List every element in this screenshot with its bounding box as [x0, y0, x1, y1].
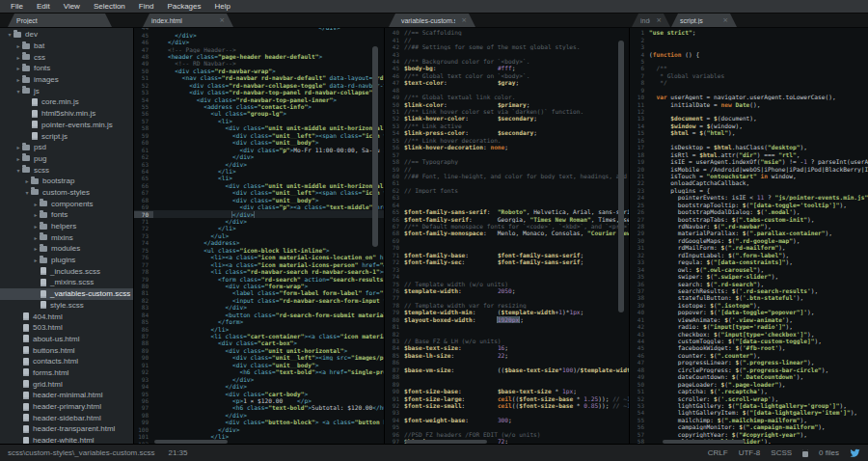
code-line[interactable]: 4(function () { [630, 50, 868, 57]
tree-item-contacts-html[interactable]: contacts.html [0, 356, 133, 367]
code-line[interactable]: 55 mailchimp: $(".mailchimp-mailform"), [630, 417, 868, 423]
code-line[interactable]: 41// [385, 36, 629, 42]
tree-item-modules[interactable]: ▸modules [0, 243, 133, 255]
chevron-right-icon[interactable]: ▸ [14, 155, 22, 162]
code-line[interactable]: 87$base-vm-size: (($base-text-size*100)/… [385, 366, 629, 373]
code-line[interactable]: 95 [385, 423, 629, 430]
code-line[interactable]: 31 rdMailForm: $(".rd-mailform"), [630, 244, 868, 251]
tree-item-css[interactable]: ▸css [0, 51, 133, 63]
code-line[interactable]: 63 [385, 194, 629, 201]
code-line[interactable]: 85$base-lh-size: 22; [385, 352, 629, 359]
code-line[interactable]: 55//** Link hover decoration. [385, 137, 629, 144]
code-line[interactable]: 72$font-family-sec: $font-family-sans-se… [385, 258, 629, 265]
tree-item-images[interactable]: ▸images [0, 74, 133, 86]
code-line[interactable]: 81 [385, 323, 629, 330]
code-line[interactable]: 24 pointerEvents: isIE < 11 ? "js/pointe… [630, 194, 868, 201]
code-line[interactable]: 53 <div class="rd-navbar-top-panel rd-na… [134, 89, 384, 95]
code-line[interactable]: 91 <div class="unit__body"> [134, 362, 384, 368]
menu-item-find[interactable]: Find [132, 0, 161, 13]
code-line[interactable]: 20 isMobile = /Android|webOS|iPhone|iPad… [630, 165, 868, 172]
code-line[interactable]: 74 </address> [134, 239, 384, 246]
code-line[interactable]: 3 [630, 43, 868, 50]
code-line[interactable]: 12 [630, 108, 868, 115]
code-line[interactable]: 55 <address class="contact-info"> [134, 103, 384, 110]
code-line[interactable]: 15 $html = $("html"), [630, 129, 868, 136]
code-line[interactable]: 21 isTouch = "ontouchstart" in window, [630, 173, 868, 179]
code-line[interactable]: 89 <div class="unit unit-horizontal"> [134, 347, 384, 354]
code-line[interactable]: 45 </div> [134, 31, 384, 38]
code-line[interactable]: 70 </div> [134, 210, 384, 217]
menu-item-selection[interactable]: Selection [87, 0, 132, 13]
code-line[interactable]: 30 rdGoogleMaps: $(".rd-google-map"), [630, 237, 868, 244]
tree-item--variables-custom-scss[interactable]: _variables-custom.scss [0, 288, 133, 300]
code-line[interactable]: 100 </div> [134, 426, 384, 433]
code-line[interactable]: 53//** Link active [385, 122, 629, 129]
code-line[interactable]: 11 initialDate = new Date(), [630, 100, 868, 107]
code-line[interactable]: 68$font-family-monospace: Menlo, Monaco,… [385, 230, 629, 236]
close-icon[interactable]: × [722, 17, 728, 24]
code-line[interactable]: 52$link-hover-color: $secondary; [385, 115, 629, 122]
tree-item-fonts[interactable]: ▸fonts [0, 209, 133, 221]
code-line[interactable]: 14 $window = $(window), [630, 122, 868, 129]
code-line[interactable]: 93 [385, 409, 629, 416]
horizontal-scrollbar-thumb[interactable] [663, 440, 745, 444]
code-line[interactable]: 67 <div class="unit__left"><span class="… [134, 189, 384, 196]
code-line[interactable]: 75// Template width (w/o units) [385, 280, 629, 286]
tree-item-psd[interactable]: ▸psd [0, 142, 133, 153]
menu-item-help[interactable]: Help [208, 0, 237, 13]
code-line[interactable]: 50 <div class="rd-navbar-wrap"> [134, 68, 384, 74]
code-line[interactable]: 47 progressLinear: $(".progress-linear")… [630, 359, 868, 366]
chevron-right-icon[interactable]: ▸ [14, 76, 22, 83]
code-line[interactable]: 79 <form class="rd-search" action="searc… [134, 275, 384, 282]
code-line[interactable]: 52 <div class="rd-navbar-collapse-toggle… [134, 82, 384, 89]
tree-item-mixins[interactable]: ▸mixins [0, 231, 133, 243]
chevron-right-icon[interactable]: ▸ [32, 245, 40, 252]
code-line[interactable]: 96 <p>1 × $120.00 </p> [134, 397, 384, 404]
code-line[interactable]: 10 var userAgent = navigator.userAgent.t… [630, 94, 868, 100]
code-line[interactable]: 84$base-text-size: 16; [385, 344, 629, 351]
code-line[interactable]: 57 <li> [134, 118, 384, 124]
code-line[interactable]: 58 <div class="unit unit-middle unit-hor… [134, 124, 384, 131]
tree-item-html5shiv-min-js[interactable]: html5shiv.min.js [0, 108, 133, 120]
chevron-right-icon[interactable]: ▸ [32, 201, 40, 207]
code-line[interactable]: 41 viewAnimate: $('.view-animate'), [630, 316, 868, 323]
code-line[interactable]: 98 </div> [134, 412, 384, 419]
code-line[interactable]: 34 owl: $(".owl-carousel"), [630, 265, 868, 272]
chevron-down-icon[interactable]: ▾ [14, 88, 22, 95]
code-line[interactable]: 77 <li><a class="icon material-icons-per… [134, 260, 384, 267]
code-line[interactable]: 90$font-size-base: $base-text-size * 1px… [385, 388, 629, 394]
tab--variables-custom-scss[interactable]: _variables-custom.scss× [389, 14, 475, 27]
tree-item--includes-scss[interactable]: _includes.scss [0, 265, 133, 277]
code-line[interactable]: 60 <div class="unit__body"> [134, 139, 384, 146]
chevron-down-icon[interactable]: ▾ [14, 167, 22, 174]
code-line[interactable]: 90 <div class="unit__left"><img src="ima… [134, 354, 384, 361]
code-line[interactable]: 7 * Global variables [630, 72, 868, 79]
code-line[interactable]: 56$link-hover-decoration: none; [385, 144, 629, 150]
chevron-down-icon[interactable]: ▾ [23, 189, 31, 196]
code-line[interactable]: 86 [385, 359, 629, 366]
tab-index-html[interactable]: index.html× [143, 14, 233, 27]
code-line[interactable]: 19 isIE = userAgent.indexOf("msie") != -… [630, 158, 868, 165]
tree-item-scss[interactable]: ▾scss [0, 164, 133, 176]
code-line[interactable]: 65$font-family-sans-serif: "Roboto", Hel… [385, 208, 629, 215]
horizontal-scrollbar-thumb[interactable] [405, 440, 487, 444]
close-icon[interactable]: × [461, 17, 467, 24]
code-line[interactable]: 97 <h6 class="text-bold">Subtotal: $120.… [134, 404, 384, 411]
code-line[interactable]: 54 lightGalleryItem: $("[data-lightgalle… [630, 409, 868, 416]
vertical-scrollbar-thumb[interactable] [372, 46, 378, 247]
code-line[interactable]: 2 [630, 36, 868, 42]
code-line[interactable]: 81 <label class="form-label form-label" … [134, 289, 384, 296]
code-line[interactable]: 8 */ [630, 79, 868, 86]
menu-item-file[interactable]: File [4, 0, 30, 13]
code-line[interactable]: 42 radio: $("input[type='radio']"), [630, 323, 868, 330]
code-line[interactable]: 94 </div> [134, 383, 384, 390]
code-line[interactable]: 29 materialParallax: $(".parallax-contai… [630, 230, 868, 236]
close-icon[interactable]: × [656, 17, 662, 24]
code-line[interactable]: 94$font-weight-base: 300; [385, 417, 629, 423]
tree-item-404-html[interactable]: 404.html [0, 311, 133, 322]
code-line[interactable]: 69 <div class="p"><a class="text-middle"… [134, 203, 384, 210]
code-line[interactable]: 51 captcha: $('.recaptcha'), [630, 388, 868, 394]
code-line[interactable]: 42//## Settings for some of the most glo… [385, 43, 629, 50]
status-encoding[interactable]: UTF-8 [739, 448, 761, 457]
tree-item-bootstrap[interactable]: ▸bootstrap [0, 176, 133, 187]
